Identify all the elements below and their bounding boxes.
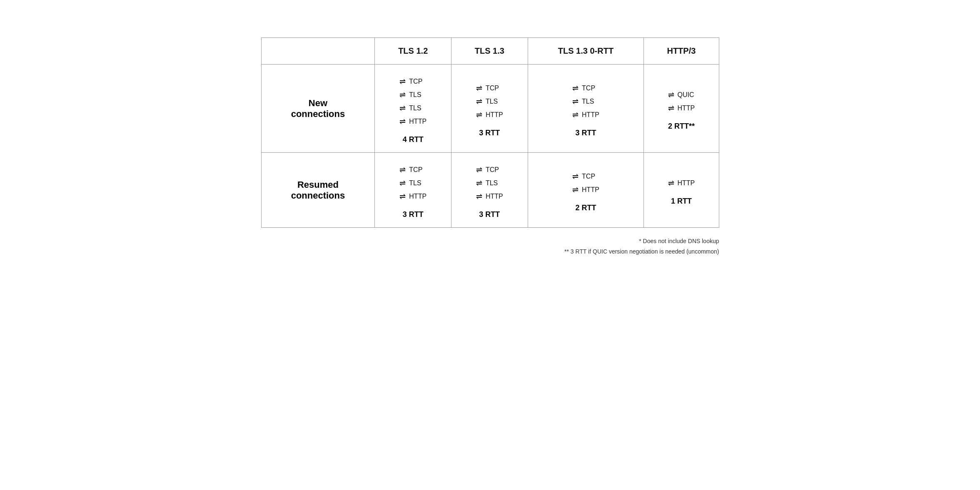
step-label-r0-c2-s2: HTTP	[582, 111, 599, 119]
protocol-step-r1-c0-s0: ⇌TCP	[399, 165, 422, 174]
protocol-step-r0-c1-s2: ⇌HTTP	[476, 110, 503, 119]
cell-r1-c0: ⇌TCP⇌TLS⇌HTTP3 RTT	[375, 153, 451, 228]
step-label-r0-c2-s0: TCP	[582, 85, 595, 92]
header-tls-1-2: TLS 1.2	[375, 38, 451, 65]
cell-content-r1-c1: ⇌TCP⇌TLS⇌HTTP3 RTT	[461, 161, 518, 219]
protocol-step-r1-c0-s1: ⇌TLS	[399, 179, 421, 188]
step-label-r0-c1-s2: HTTP	[486, 111, 503, 119]
arrows-icon: ⇌	[476, 165, 482, 174]
protocol-step-r0-c0-s0: ⇌TCP	[399, 77, 422, 86]
step-label-r0-c3-s1: HTTP	[678, 104, 695, 112]
protocol-step-r0-c1-s0: ⇌TCP	[476, 84, 499, 93]
cell-r1-c2: ⇌TCP⇌HTTP2 RTT	[528, 153, 644, 228]
cell-r0-c3: ⇌QUIC⇌HTTP2 RTT**	[644, 65, 719, 153]
protocol-steps-r1-c2: ⇌TCP⇌HTTP	[572, 168, 599, 199]
protocol-step-r1-c0-s2: ⇌HTTP	[399, 192, 426, 201]
protocol-steps-r0-c1: ⇌TCP⇌TLS⇌HTTP	[476, 80, 503, 124]
protocol-step-r0-c0-s1: ⇌TLS	[399, 90, 421, 99]
arrows-icon: ⇌	[399, 117, 406, 126]
footnote-0: * Does not include DNS lookup	[261, 236, 719, 246]
arrows-icon: ⇌	[399, 179, 406, 188]
step-label-r0-c1-s0: TCP	[486, 85, 499, 92]
protocol-step-r1-c1-s2: ⇌HTTP	[476, 192, 503, 201]
protocol-step-r0-c2-s2: ⇌HTTP	[572, 110, 599, 119]
step-label-r1-c0-s0: TCP	[409, 166, 422, 174]
rtt-label-r0-c0: 4 RTT	[403, 135, 424, 144]
rtt-label-r1-c1: 3 RTT	[479, 210, 500, 219]
cell-r0-c2: ⇌TCP⇌TLS⇌HTTP3 RTT	[528, 65, 644, 153]
cell-content-r0-c0: ⇌TCP⇌TLS⇌TLS⇌HTTP4 RTT	[385, 73, 441, 144]
protocol-steps-r0-c0: ⇌TCP⇌TLS⇌TLS⇌HTTP	[399, 73, 426, 130]
header-row: TLS 1.2TLS 1.3TLS 1.3 0-RTTHTTP/3	[261, 38, 719, 65]
cell-r0-c0: ⇌TCP⇌TLS⇌TLS⇌HTTP4 RTT	[375, 65, 451, 153]
header-empty	[261, 38, 375, 65]
comparison-table: TLS 1.2TLS 1.3TLS 1.3 0-RTTHTTP/3 New co…	[261, 37, 719, 228]
arrows-icon: ⇌	[572, 97, 579, 106]
arrows-icon: ⇌	[476, 110, 482, 119]
step-label-r0-c0-s3: HTTP	[409, 118, 426, 125]
protocol-step-r1-c1-s0: ⇌TCP	[476, 165, 499, 174]
step-label-r1-c0-s1: TLS	[409, 179, 421, 187]
step-label-r0-c1-s1: TLS	[486, 98, 498, 105]
step-label-r1-c0-s2: HTTP	[409, 193, 426, 200]
arrows-icon: ⇌	[476, 192, 482, 201]
arrows-icon: ⇌	[572, 185, 579, 194]
cell-content-r0-c3: ⇌QUIC⇌HTTP2 RTT**	[654, 86, 708, 131]
step-label-r1-c2-s0: TCP	[582, 173, 595, 180]
header-tls-1-3-0-rtt: TLS 1.3 0-RTT	[528, 38, 644, 65]
header-tls-1-3: TLS 1.3	[451, 38, 528, 65]
arrows-icon: ⇌	[399, 165, 406, 174]
rtt-label-r0-c1: 3 RTT	[479, 129, 500, 137]
protocol-steps-r0-c3: ⇌QUIC⇌HTTP	[668, 86, 695, 117]
row-header-resumed: Resumed connections	[261, 153, 375, 228]
footnotes: * Does not include DNS lookup** 3 RTT if…	[261, 236, 719, 257]
arrows-icon: ⇌	[476, 84, 482, 93]
step-label-r1-c1-s1: TLS	[486, 179, 498, 187]
protocol-step-r1-c3-s0: ⇌HTTP	[668, 179, 695, 188]
step-label-r1-c3-s0: HTTP	[678, 179, 695, 187]
protocol-steps-r1-c1: ⇌TCP⇌TLS⇌HTTP	[476, 161, 503, 205]
step-label-r0-c0-s2: TLS	[409, 104, 421, 112]
cell-content-r0-c1: ⇌TCP⇌TLS⇌HTTP3 RTT	[461, 80, 518, 137]
protocol-steps-r0-c2: ⇌TCP⇌TLS⇌HTTP	[572, 80, 599, 124]
row-header-new: New connections	[261, 65, 375, 153]
cell-r1-c3: ⇌HTTP1 RTT	[644, 153, 719, 228]
cell-content-r0-c2: ⇌TCP⇌TLS⇌HTTP3 RTT	[538, 80, 634, 137]
step-label-r0-c0-s1: TLS	[409, 91, 421, 99]
protocol-step-r0-c2-s0: ⇌TCP	[572, 84, 595, 93]
protocol-steps-r1-c0: ⇌TCP⇌TLS⇌HTTP	[399, 161, 426, 205]
arrows-icon: ⇌	[572, 84, 579, 93]
cell-content-r1-c3: ⇌HTTP1 RTT	[654, 174, 708, 206]
arrows-icon: ⇌	[399, 192, 406, 201]
step-label-r0-c3-s0: QUIC	[678, 91, 694, 99]
cell-r1-c1: ⇌TCP⇌TLS⇌HTTP3 RTT	[451, 153, 528, 228]
arrows-icon: ⇌	[399, 104, 406, 113]
arrows-icon: ⇌	[476, 97, 482, 106]
footnote-1: ** 3 RTT if QUIC version negotiation is …	[261, 246, 719, 257]
step-label-r0-c2-s1: TLS	[582, 98, 594, 105]
header-http-3: HTTP/3	[644, 38, 719, 65]
protocol-step-r0-c2-s1: ⇌TLS	[572, 97, 594, 106]
rtt-label-r1-c3: 1 RTT	[671, 197, 692, 206]
cell-content-r1-c0: ⇌TCP⇌TLS⇌HTTP3 RTT	[385, 161, 441, 219]
arrows-icon: ⇌	[572, 172, 579, 181]
step-label-r1-c1-s0: TCP	[486, 166, 499, 174]
cell-content-r1-c2: ⇌TCP⇌HTTP2 RTT	[538, 168, 634, 212]
arrows-icon: ⇌	[476, 179, 482, 188]
protocol-step-r0-c0-s2: ⇌TLS	[399, 104, 421, 113]
step-label-r1-c1-s2: HTTP	[486, 193, 503, 200]
rtt-label-r0-c2: 3 RTT	[575, 129, 596, 137]
table-row-1: Resumed connections⇌TCP⇌TLS⇌HTTP3 RTT⇌TC…	[261, 153, 719, 228]
protocol-step-r0-c1-s1: ⇌TLS	[476, 97, 498, 106]
protocol-step-r1-c2-s1: ⇌HTTP	[572, 185, 599, 194]
protocol-step-r1-c1-s1: ⇌TLS	[476, 179, 498, 188]
step-label-r0-c0-s0: TCP	[409, 78, 422, 85]
rtt-label-r1-c0: 3 RTT	[403, 210, 424, 219]
arrows-icon: ⇌	[572, 110, 579, 119]
cell-r0-c1: ⇌TCP⇌TLS⇌HTTP3 RTT	[451, 65, 528, 153]
arrows-icon: ⇌	[399, 90, 406, 99]
arrows-icon: ⇌	[399, 77, 406, 86]
protocol-step-r0-c3-s1: ⇌HTTP	[668, 104, 695, 113]
arrows-icon: ⇌	[668, 179, 674, 188]
table-row-0: New connections⇌TCP⇌TLS⇌TLS⇌HTTP4 RTT⇌TC…	[261, 65, 719, 153]
